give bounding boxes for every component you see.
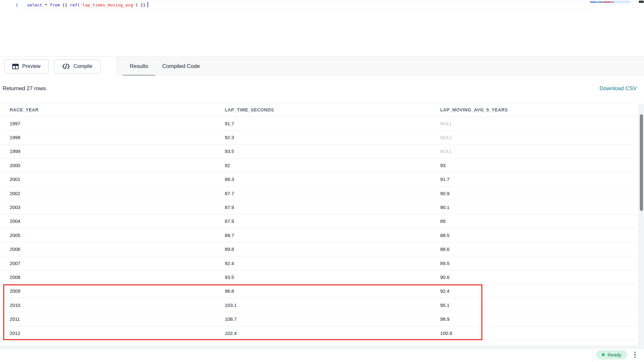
tab-compiled-code[interactable]: Compiled Code xyxy=(155,57,207,76)
tab-compiled-code-label: Compiled Code xyxy=(162,63,200,70)
code-line[interactable]: select * from {{ ref('lap_times_moving_a… xyxy=(27,2,148,8)
table-cell: 87.9 xyxy=(215,205,431,210)
line-number: 1 xyxy=(12,2,18,8)
compile-button[interactable]: Compile xyxy=(54,59,100,73)
table-row: 200792.489.5 xyxy=(0,256,638,270)
text-cursor xyxy=(147,2,148,7)
table-cell: 2003 xyxy=(0,205,215,210)
minimap-line xyxy=(589,1,630,3)
preview-button[interactable]: Preview xyxy=(4,59,49,73)
table-cell: NULL xyxy=(431,121,638,126)
table-cell: 93.5 xyxy=(215,274,431,280)
editor-scrollbar[interactable] xyxy=(639,0,644,56)
table-row: 199892.3NULL xyxy=(0,130,638,144)
table-row: 199993.5NULL xyxy=(0,145,638,158)
table-cell: 2009 xyxy=(0,288,215,294)
table-cell: 1997 xyxy=(0,121,215,126)
table-row: 200487.989 xyxy=(0,214,638,228)
table-cell: 91.7 xyxy=(215,121,431,126)
results-scrollbar[interactable] xyxy=(639,104,644,345)
table-cell: 90.1 xyxy=(431,205,638,210)
status-bar: Ready xyxy=(0,349,644,362)
table-cell: 2012 xyxy=(0,330,215,336)
table-cell: 89.5 xyxy=(431,261,638,266)
tab-results[interactable]: Results xyxy=(123,57,155,76)
table-cell: NULL xyxy=(431,135,638,140)
editor-action-buttons: Preview Compile xyxy=(4,59,100,73)
table-cell: 2000 xyxy=(0,163,215,168)
results-scrollbar-thumb[interactable] xyxy=(640,114,643,211)
table-cell: 102.4 xyxy=(215,330,431,336)
table-cell: 90.9 xyxy=(431,191,638,196)
table-cell: 2008 xyxy=(0,274,215,280)
table-cell: 98.9 xyxy=(431,316,638,322)
table-cell: 96.8 xyxy=(215,288,431,294)
column-header-lap-time-seconds: LAP_TIME_SECONDS xyxy=(215,107,431,112)
table-cell: 92.3 xyxy=(215,135,431,140)
table-row: 200689.888.6 xyxy=(0,243,638,256)
table-row: 200996.892.4 xyxy=(0,284,638,298)
table-cell: 89.8 xyxy=(215,246,431,252)
status-badge-label: Ready xyxy=(608,352,621,357)
table-row: 200589.788.5 xyxy=(0,228,638,242)
tab-results-label: Results xyxy=(130,63,148,70)
table-cell: 103.1 xyxy=(215,302,431,308)
table-cell: 92.4 xyxy=(431,288,638,294)
preview-button-label: Preview xyxy=(22,63,41,69)
code-editor[interactable]: 1 select * from {{ ref('lap_times_moving… xyxy=(0,0,644,56)
table-cell: 1998 xyxy=(0,135,215,140)
table-cell: 2004 xyxy=(0,218,215,224)
code-brackets-icon xyxy=(62,63,70,69)
table-cell: 92 xyxy=(215,163,431,168)
table-header-row: RACE_YEAR LAP_TIME_SECONDS LAP_MOVING_AV… xyxy=(0,103,638,117)
status-badge: Ready xyxy=(596,350,627,359)
results-toolbar: Preview Compile Results Compiled Code xyxy=(0,56,644,76)
table-cell: 88.5 xyxy=(431,233,638,238)
table-cell: 100.9 xyxy=(431,330,638,336)
table-cell: 2001 xyxy=(0,176,215,182)
table-cell: 2006 xyxy=(0,246,215,252)
table-row: 200287.790.9 xyxy=(0,186,638,200)
table-row: 2010103.195.1 xyxy=(0,298,638,312)
column-header-lap-moving-avg: LAP_MOVING_AVG_5_YEARS xyxy=(431,107,638,112)
table-cell: 2005 xyxy=(0,233,215,238)
compile-button-label: Compile xyxy=(73,63,92,69)
results-tabs: Results Compiled Code xyxy=(123,57,207,76)
status-bar-divider xyxy=(592,349,593,362)
table-cell: 2010 xyxy=(0,302,215,308)
table-row: 2011108.798.9 xyxy=(0,312,638,326)
table-cell: 87.9 xyxy=(215,218,431,224)
table-row: 20009293 xyxy=(0,158,638,172)
kebab-menu-icon[interactable] xyxy=(631,350,639,359)
table-cell: 88.6 xyxy=(431,246,638,252)
table-cell: 90.6 xyxy=(431,274,638,280)
table-cell: NULL xyxy=(431,148,638,154)
table-cell: 1999 xyxy=(0,148,215,154)
table-grid-icon xyxy=(12,64,19,69)
results-table: RACE_YEAR LAP_TIME_SECONDS LAP_MOVING_AV… xyxy=(0,103,638,340)
download-csv-link[interactable]: Download CSV xyxy=(600,85,637,92)
results-table-body: 199791.7NULL199892.3NULL199993.5NULL2000… xyxy=(0,117,638,340)
table-cell: 2007 xyxy=(0,261,215,266)
results-meta-row: Returned 27 rows. Download CSV xyxy=(0,76,644,103)
table-cell: 2002 xyxy=(0,191,215,196)
horizontal-scrollbar-track[interactable] xyxy=(0,345,644,349)
table-row: 200893.590.6 xyxy=(0,270,638,284)
table-cell: 93.5 xyxy=(215,148,431,154)
table-cell: 91.7 xyxy=(431,176,638,182)
table-cell: 2011 xyxy=(0,316,215,322)
table-cell: 87.7 xyxy=(215,191,431,196)
table-cell: 92.4 xyxy=(215,261,431,266)
column-header-race-year: RACE_YEAR xyxy=(0,107,215,112)
ready-dot-icon xyxy=(602,353,605,356)
editor-scrollbar-thumb[interactable] xyxy=(639,1,644,3)
table-row: 200189.391.7 xyxy=(0,173,638,186)
editor-minimap[interactable] xyxy=(589,0,638,56)
table-cell: 89 xyxy=(431,218,638,224)
table-cell: 89.7 xyxy=(215,233,431,238)
table-row: 2012102.4100.9 xyxy=(0,326,638,340)
table-cell: 108.7 xyxy=(215,316,431,322)
table-cell: 93 xyxy=(431,163,638,168)
table-cell: 89.3 xyxy=(215,176,431,182)
table-cell: 95.1 xyxy=(431,302,638,308)
